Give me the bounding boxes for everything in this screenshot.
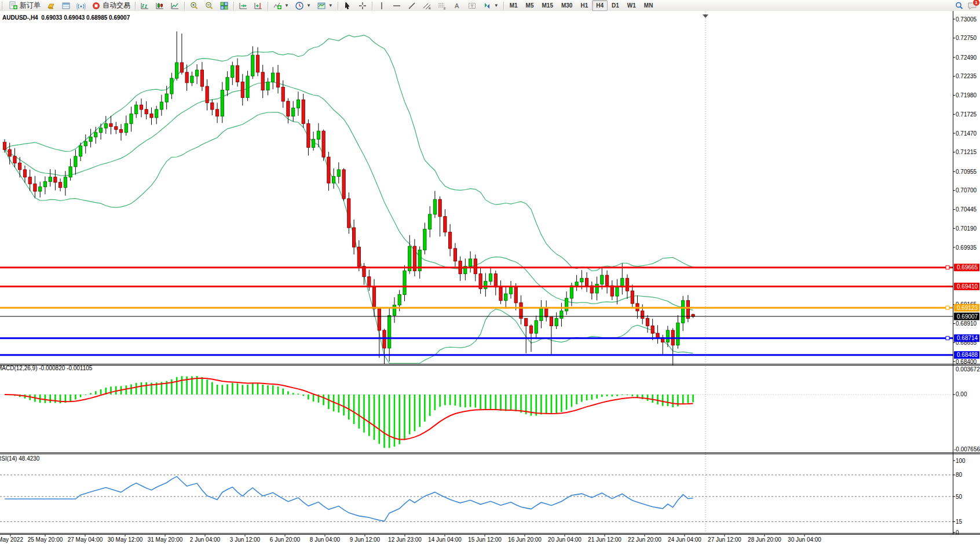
indicators-button[interactable]: ▼ [270,0,292,11]
pivot-line[interactable] [0,306,953,309]
mt4-terminal-window: { "toolbar": { "buttons": [ {"name":"new… [0,0,980,544]
text-button[interactable]: A [449,0,465,11]
time-axis[interactable]: May 202225 May 20:0027 May 04:0030 May 1… [0,534,821,543]
vertical-line-button[interactable] [374,0,389,11]
chevron-down-icon[interactable]: ▼ [328,3,333,8]
crosshair-button[interactable] [355,0,370,11]
zoom-out-button[interactable] [202,0,217,11]
line-drag-handle[interactable] [946,337,949,340]
candle [555,319,558,326]
candle [100,128,103,133]
toolbar-grip [2,2,4,10]
auto-scroll-button[interactable] [236,0,251,11]
timeframe-h1-button[interactable]: H1 [576,0,592,11]
trendline-button[interactable] [404,0,419,11]
candle [570,286,573,298]
time-tick-label: May 2022 [0,536,23,543]
data-window-button[interactable] [58,0,74,11]
line-drag-handle[interactable] [946,266,949,269]
timeframe-h4-button[interactable]: H4 [592,0,608,11]
candle [54,177,57,182]
timeframe-mn-button[interactable]: MN [640,0,657,11]
time-tick-label: 15 Jun 12:00 [468,536,502,543]
candle [646,319,649,326]
toolbar-separator [372,2,372,10]
candle [484,281,487,289]
horizontal-marker-lines[interactable] [0,266,953,355]
candle [403,271,406,294]
candle [125,123,127,132]
candle [28,177,31,184]
autotrading-button[interactable]: 自动交易 [89,0,133,11]
bar-chart-mode-button[interactable] [137,0,152,11]
timeframe-w1-button[interactable]: W1 [623,0,640,11]
candle [155,109,158,118]
timeframe-m5-button[interactable]: M5 [522,0,538,11]
candle [74,156,77,167]
chat-icon[interactable]: 1 [967,1,977,10]
scroll-position-triangle-icon [703,14,708,18]
candlestick-icon [155,1,164,10]
templates-button[interactable]: ▼ [314,0,336,11]
timeframe-m30-button[interactable]: M30 [557,0,576,11]
candle [525,319,528,326]
equidistant-channel-button[interactable]: E [419,0,434,11]
signals-button[interactable] [74,0,89,11]
cursor-icon [343,1,352,10]
rsi-axis-label: 15 [956,519,963,525]
candle [231,65,234,78]
cursor-button[interactable] [340,0,355,11]
candle [135,105,138,114]
time-tick-label: 20 Jun 04:00 [548,536,582,543]
chevron-down-icon[interactable]: ▼ [494,3,499,8]
new-order-button[interactable]: 新订单 [6,0,43,11]
chevron-down-icon[interactable]: ▼ [284,3,289,8]
line-drag-handle[interactable] [946,306,949,309]
timeframe-d1-button[interactable]: D1 [608,0,623,11]
macd-signal-line [5,378,693,440]
candle [540,308,543,321]
price-tick-label: 0.71215 [956,149,977,155]
candlestick-mode-button[interactable] [152,0,167,11]
candle [429,214,432,229]
channel-icon: E [422,1,432,10]
arrows-button[interactable]: ▼ [480,0,502,11]
price-axis[interactable]: 0.730050.727500.724900.722350.719800.717… [953,16,980,536]
candle [281,87,284,101]
svg-text:0.68714: 0.68714 [957,335,978,341]
candle [504,294,507,301]
candle [94,133,97,137]
market-watch-button[interactable] [43,0,58,11]
timeframe-m1-button[interactable]: M1 [506,0,522,11]
candle [165,94,168,102]
search-icon[interactable] [955,1,964,10]
chart-canvas[interactable]: 0.730050.727500.724900.722350.719800.717… [0,11,980,544]
fibonacci-icon: F [437,1,447,10]
candle [241,82,244,97]
candle [348,199,350,228]
candle [327,157,330,183]
candle [251,55,254,76]
text-label-button[interactable]: T [465,0,480,11]
candle [104,123,107,128]
candle [444,217,447,232]
candle [388,315,391,348]
chart-shift-button[interactable] [251,0,266,11]
horizontal-line-button[interactable] [389,0,404,11]
current-price-line-price-label: 0.69007 [954,313,979,320]
svg-text:0.69007: 0.69007 [957,313,978,320]
tile-windows-button[interactable] [217,0,232,11]
candle [575,282,578,286]
price-tick-label: 0.70190 [956,225,977,232]
candle [666,330,669,342]
price-tick-label: 0.70445 [956,206,977,213]
low-value: 0.68985 [86,14,107,21]
timeframe-m15-button[interactable]: M15 [538,0,557,11]
fibonacci-button[interactable]: F [434,0,449,11]
macd-axis-min: -0.007656 [954,446,980,452]
line-chart-mode-button[interactable] [167,0,182,11]
chart-shift-icon [254,1,263,10]
periods-button[interactable]: ▼ [292,0,314,11]
chevron-down-icon[interactable]: ▼ [306,3,311,8]
zoom-in-button[interactable] [187,0,202,11]
